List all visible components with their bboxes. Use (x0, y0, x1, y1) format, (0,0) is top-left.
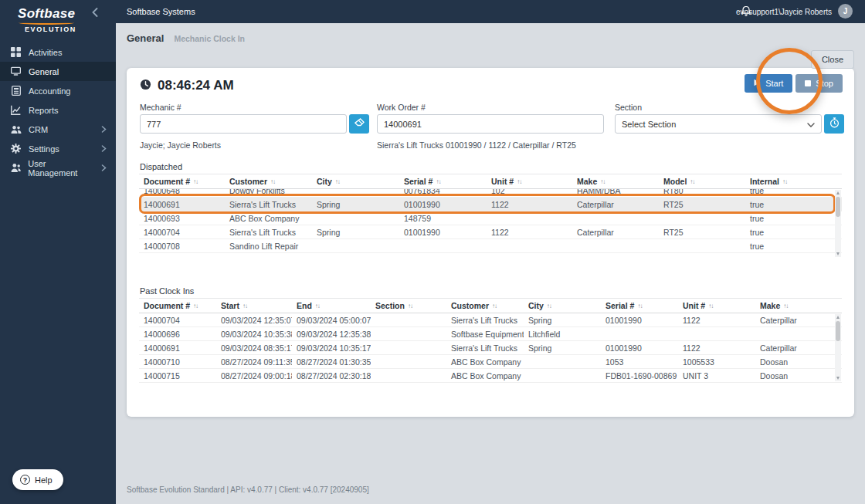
scrollbar-thumb[interactable] (836, 321, 840, 341)
sort-icon[interactable]: ↑↓ (783, 303, 788, 310)
column-header[interactable]: Document #↑↓ (139, 177, 225, 186)
sort-icon[interactable]: ↑↓ (782, 178, 787, 185)
column-header[interactable]: Serial #↑↓ (399, 177, 487, 186)
mechanic-helper-text: Jaycie; Jaycie Roberts (140, 140, 369, 150)
vertical-scrollbar[interactable] (835, 314, 841, 381)
column-header[interactable]: Document #↑↓ (139, 301, 216, 310)
work-order-input[interactable] (377, 114, 604, 134)
sort-icon[interactable]: ↑↓ (547, 303, 551, 310)
table-row[interactable]: 14000693ABC Box Company148759true (139, 211, 842, 225)
column-header[interactable]: Section↑↓ (371, 301, 446, 310)
column-header[interactable]: End↑↓ (292, 301, 371, 310)
column-header[interactable]: Make↑↓ (755, 301, 831, 310)
version-footer: Softbase Evolution Standard | API: v4.0.… (127, 485, 369, 494)
table-row[interactable]: 14000648Dowdy Forklifts00761834102HAMM/D… (139, 189, 842, 198)
sort-icon[interactable]: ↑↓ (436, 178, 440, 185)
column-label: City (317, 177, 332, 186)
table-cell: 01001990 (399, 228, 487, 237)
scrollbar-thumb[interactable] (836, 197, 840, 217)
table-cell: Doosan (755, 357, 831, 367)
sidebar-item-settings[interactable]: Settings (0, 139, 116, 158)
table-cell: true (745, 189, 829, 195)
column-label: Section (375, 301, 405, 310)
table-cell: 08/27/2024 09:11:35 AM (216, 357, 292, 367)
sort-icon[interactable]: ↑↓ (708, 303, 713, 310)
sidebar-item-general[interactable]: General (0, 62, 116, 81)
column-header[interactable]: Make↑↓ (572, 177, 659, 186)
people-icon (10, 125, 22, 134)
sidebar-item-activities[interactable]: Activities (0, 42, 116, 62)
column-header[interactable]: Customer↑↓ (225, 177, 312, 186)
table-row[interactable]: 14000704Sierra's Lift TrucksSpring010019… (139, 225, 842, 239)
sort-icon[interactable]: ↑↓ (243, 303, 247, 310)
avatar[interactable]: J (838, 4, 853, 19)
table-cell: 14000715 (139, 371, 216, 381)
table-cell: 14000696 (139, 330, 216, 339)
column-header[interactable]: Customer↑↓ (446, 301, 524, 310)
table-row[interactable]: 14000691Sierra's Lift TrucksSpring010019… (139, 198, 842, 211)
close-button[interactable]: Close (811, 50, 854, 69)
sort-icon[interactable]: ↑↓ (492, 303, 497, 310)
column-header[interactable]: Start↑↓ (216, 301, 292, 310)
column-header[interactable]: Internal↑↓ (745, 177, 829, 186)
column-header[interactable]: Unit #↑↓ (678, 301, 755, 310)
column-header[interactable]: City↑↓ (524, 301, 601, 310)
subpage-title: Mechanic Clock In (174, 34, 245, 43)
sort-icon[interactable]: ↑↓ (193, 178, 198, 185)
help-button[interactable]: ? Help (12, 469, 63, 490)
table-row[interactable]: 1400071008/27/2024 09:11:35 AM08/27/2024… (139, 355, 842, 369)
column-header[interactable]: Model↑↓ (659, 177, 745, 186)
vertical-scrollbar[interactable] (835, 190, 841, 257)
section-clock-button[interactable] (824, 114, 844, 134)
table-row[interactable]: 1400071508/27/2024 09:00:18 AM08/27/2024… (139, 369, 842, 383)
section-label: Section (615, 103, 844, 112)
sort-icon[interactable]: ↑↓ (193, 303, 198, 310)
current-time: 08:46:24 AM (140, 78, 234, 93)
table-row[interactable]: 1400070409/03/2024 12:35:07 PM09/03/2024… (139, 313, 842, 327)
sort-icon[interactable]: ↑↓ (270, 178, 275, 185)
sidebar-collapse-button[interactable] (91, 8, 99, 19)
grid-icon (10, 47, 22, 57)
section-select[interactable]: Select Section (615, 114, 822, 134)
sidebar-item-label: Accounting (29, 86, 70, 96)
sort-icon[interactable]: ↑↓ (335, 178, 340, 185)
table-cell: Litchfield (524, 330, 601, 339)
sidebar-item-label: Activities (29, 48, 62, 57)
sort-icon[interactable]: ↑↓ (600, 178, 605, 185)
sidebar-item-accounting[interactable]: Accounting (0, 81, 116, 100)
sort-icon[interactable]: ↑↓ (408, 303, 412, 310)
mechanic-number-input[interactable] (140, 114, 347, 134)
table-row[interactable]: 1400069609/03/2024 10:35:38 AM09/03/2024… (139, 327, 842, 341)
past-clockins-title: Past Clock Ins (140, 286, 194, 296)
start-button[interactable]: Start (745, 74, 792, 93)
column-header[interactable]: City↑↓ (312, 177, 399, 186)
sort-icon[interactable]: ↑↓ (690, 178, 694, 185)
sidebar-item-user-management[interactable]: User Management (0, 158, 116, 178)
clear-mechanic-button[interactable] (349, 114, 369, 134)
column-header[interactable]: Unit #↑↓ (487, 177, 572, 186)
table-row[interactable]: 14000708Sandino Lift Repairtrue (139, 239, 842, 253)
table-row[interactable]: 1400069109/03/2024 08:35:17 AM09/03/2024… (139, 341, 842, 355)
table-cell: 1053 (601, 357, 678, 367)
column-header[interactable]: Serial #↑↓ (601, 301, 678, 310)
sort-icon[interactable]: ↑↓ (517, 178, 521, 185)
stop-button[interactable]: Stop (795, 74, 843, 93)
sort-icon[interactable]: ↑↓ (637, 303, 642, 310)
sidebar-item-crm[interactable]: CRM (0, 120, 116, 139)
table-cell: 14000710 (139, 357, 216, 367)
table-cell: 09/03/2024 12:35:07 PM (216, 316, 292, 325)
sidebar-item-label: Settings (29, 144, 59, 154)
column-label: Internal (750, 177, 779, 186)
user-icon (10, 163, 21, 173)
sidebar-item-reports[interactable]: Reports (0, 100, 116, 120)
sort-icon[interactable]: ↑↓ (315, 303, 320, 310)
column-label: City (528, 301, 544, 310)
table-cell: 148759 (399, 214, 487, 223)
table-cell: 09/03/2024 12:35:38 PM (292, 330, 371, 339)
table-cell: FDB01-1690-00869 (601, 371, 678, 381)
clock-actions: Start Stop (745, 74, 843, 93)
column-label: Unit # (683, 301, 705, 310)
gear-icon (10, 144, 22, 154)
table-cell: ABC Box Company (446, 371, 524, 381)
top-bar: Softbase Systems evosupport1\Jaycie Robe… (0, 0, 865, 23)
